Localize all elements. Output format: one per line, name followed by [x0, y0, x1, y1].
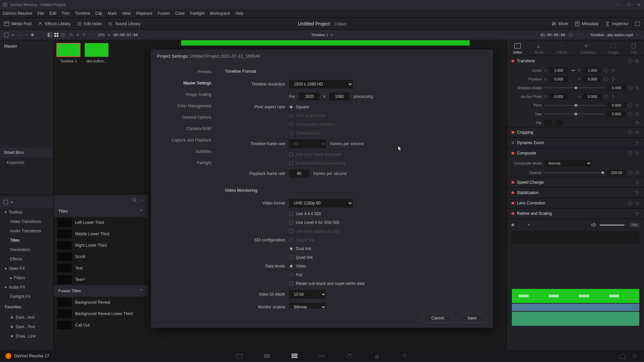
settings-icon[interactable]: [631, 352, 639, 360]
nav-audiofx[interactable]: ▾Audio FX: [0, 283, 53, 292]
volume-slider[interactable]: [600, 225, 627, 226]
inspector-tab-audio[interactable]: Audio: [535, 43, 544, 54]
sound-library-toggle[interactable]: Sound Library: [108, 21, 141, 26]
menu-clip[interactable]: Clip: [95, 11, 102, 16]
nav-titles[interactable]: Titles: [0, 236, 53, 245]
nav-color-management[interactable]: Color Management: [151, 100, 218, 112]
smart-bins-header[interactable]: Smart Bins: [0, 147, 53, 158]
retime-header[interactable]: Retime and Scaling: [507, 208, 644, 219]
keyframe-icon[interactable]: [604, 68, 608, 73]
media-thumb-clip[interactable]: abo button...: [85, 43, 109, 58]
save-button[interactable]: Save: [458, 313, 486, 323]
timeline-ruler[interactable]: [512, 231, 639, 244]
menu-edit[interactable]: Edit: [49, 11, 56, 16]
reset-icon[interactable]: [635, 120, 639, 125]
search-icon[interactable]: [69, 33, 73, 37]
reset-icon[interactable]: [635, 211, 639, 216]
volume-icon[interactable]: [591, 222, 596, 228]
nav-filters[interactable]: ▸Filters: [0, 273, 53, 283]
menu-playback[interactable]: Playback: [136, 11, 152, 16]
nav-master-settings[interactable]: Master Settings: [151, 77, 218, 89]
reset-icon[interactable]: [635, 180, 639, 185]
nav-generators[interactable]: Generators: [0, 245, 53, 254]
title-item[interactable]: Left Lower Third: [54, 217, 148, 228]
fx-options-icon[interactable]: ⋯: [140, 198, 144, 202]
more-icon[interactable]: ⋯: [24, 33, 28, 37]
nav-presets[interactable]: Presets: [151, 66, 218, 77]
pfr-input[interactable]: [289, 170, 309, 178]
keyframe-icon[interactable]: [628, 170, 633, 175]
metadata-toggle[interactable]: Metadata: [575, 21, 599, 26]
menu-color[interactable]: Color: [175, 11, 185, 16]
inspector-tab-file[interactable]: File: [631, 43, 638, 54]
opacity-slider[interactable]: [544, 172, 604, 173]
pitch-slider[interactable]: [544, 105, 604, 106]
timeline-overview-bar[interactable]: [181, 40, 470, 46]
title-item[interactable]: Middle Lower Third: [54, 228, 148, 240]
loop-icon[interactable]: [569, 33, 573, 37]
rotation-input[interactable]: [607, 85, 626, 91]
title-item[interactable]: Text+: [54, 274, 148, 285]
sdi-quad-radio[interactable]: [289, 255, 293, 259]
data-video-radio[interactable]: [289, 264, 293, 268]
composite-mode-select[interactable]: Normal: [544, 160, 591, 167]
lens-correction-header[interactable]: Lens Correction: [507, 198, 644, 208]
dim-badge[interactable]: DIM: [630, 223, 640, 227]
reset-icon[interactable]: [635, 112, 639, 116]
inspector-toggle[interactable]: Inspector: [605, 21, 629, 26]
nav-general-options[interactable]: General Options: [151, 112, 218, 123]
nav-favorites[interactable]: Favorites: [0, 301, 53, 313]
level-a-check[interactable]: [289, 221, 293, 225]
reset-icon[interactable]: [635, 85, 639, 90]
home-icon[interactable]: [619, 352, 626, 360]
smart-bin-keywords[interactable]: Keywords: [0, 158, 53, 168]
composite-header[interactable]: Composite: [507, 148, 644, 158]
media-pool-toggle[interactable]: Media Pool: [4, 21, 32, 26]
reset-icon[interactable]: [635, 140, 639, 145]
reset-icon[interactable]: [635, 170, 639, 175]
reset-icon[interactable]: [610, 77, 615, 81]
zoom-x-input[interactable]: [549, 67, 568, 73]
fusion-item[interactable]: Background Reveal Lower Third: [54, 308, 148, 319]
search-dropdown-icon[interactable]: ▾: [77, 33, 79, 37]
titles-group-header[interactable]: Titles⌃: [54, 205, 148, 217]
menu-help[interactable]: Help: [235, 11, 244, 16]
speed-change-header[interactable]: Speed Change: [507, 177, 644, 187]
nav-image-scaling[interactable]: Image Scaling: [151, 89, 218, 100]
keyframe-icon[interactable]: [628, 112, 633, 116]
use-444-check[interactable]: [289, 212, 293, 216]
width-input[interactable]: [299, 93, 319, 101]
yaw-slider[interactable]: [544, 114, 604, 114]
flip-h-button[interactable]: [544, 120, 552, 126]
nav-audio-transitions[interactable]: Audio Transitions: [0, 226, 53, 236]
dynamic-zoom-header[interactable]: Dynamic Zoom: [507, 138, 644, 148]
media-thumb-timeline[interactable]: Timeline 1: [56, 43, 80, 58]
sort-icon[interactable]: [82, 33, 87, 37]
reset-icon[interactable]: [635, 130, 639, 135]
bin-view-icon[interactable]: [4, 33, 9, 37]
menu-workspace[interactable]: Workspace: [210, 11, 230, 16]
menu-file[interactable]: File: [38, 11, 44, 16]
keyframe-icon[interactable]: [628, 151, 633, 156]
fusion-page-icon[interactable]: [318, 352, 326, 360]
video-track-clip-2[interactable]: [512, 304, 639, 311]
fav-item[interactable]: ★ Draw...Line: [0, 331, 53, 341]
keyframe-icon[interactable]: [628, 85, 633, 90]
search-icon[interactable]: [132, 198, 137, 202]
cut-page-icon[interactable]: [263, 352, 271, 360]
menu-trim[interactable]: Trim: [62, 11, 70, 16]
reset-icon[interactable]: [635, 103, 639, 108]
keyframe-icon[interactable]: [604, 77, 608, 81]
keyframe-icon[interactable]: [628, 59, 633, 63]
nav-effects[interactable]: Effects: [0, 254, 53, 264]
zoom-y-input[interactable]: [583, 67, 602, 73]
nav-fairlight[interactable]: Fairlight: [151, 157, 218, 169]
keyframe-icon[interactable]: [628, 201, 633, 205]
reset-icon[interactable]: [635, 201, 639, 205]
sdi-dual-radio[interactable]: [289, 247, 293, 251]
reset-icon[interactable]: [610, 68, 615, 73]
zoom-percentage[interactable]: 23%: [97, 33, 105, 37]
nav-openfx[interactable]: ▾Open FX: [0, 264, 53, 273]
fav-item[interactable]: ★ Dark...Text: [0, 322, 53, 331]
anchor-x-input[interactable]: [549, 94, 568, 100]
